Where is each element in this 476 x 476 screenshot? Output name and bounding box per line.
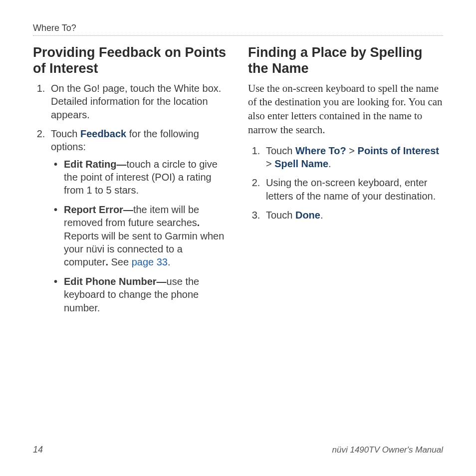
manual-page: Where To? Providing Feedback on Points o…: [0, 0, 476, 476]
step1-pre: On the: [51, 83, 84, 94]
done-ui-label: Done: [295, 210, 320, 221]
r1-gt1: >: [346, 145, 358, 156]
edit-phone-label: Edit Phone Number—: [64, 276, 167, 287]
r3-pre: Touch: [266, 210, 295, 221]
steps-left: On the Go! page, touch the White box. De…: [33, 82, 228, 314]
report-error-see-post: .: [168, 256, 171, 267]
where-to-ui-label: Where To?: [295, 145, 346, 156]
spell-name-ui-label: Spell Name: [274, 158, 328, 169]
steps-right: Touch Where To? > Points of Interest > S…: [248, 144, 443, 222]
points-of-interest-ui-label: Points of Interest: [358, 145, 439, 156]
r2-text: Using the on-screen keyboard, enter lett…: [266, 177, 436, 201]
r1-post: .: [328, 158, 331, 169]
page-33-link[interactable]: page 33: [132, 256, 168, 267]
step-2: Touch Feedback for the following options…: [48, 127, 228, 314]
option-report-error: Report Error—the item will be removed fr…: [51, 203, 228, 269]
step-1: On the Go! page, touch the White box. De…: [48, 82, 228, 121]
option-edit-phone: Edit Phone Number—use the keyboard to ch…: [51, 275, 228, 314]
feedback-ui-label: Feedback: [80, 128, 126, 139]
edit-rating-label: Edit Rating—: [64, 159, 127, 170]
feedback-options: Edit Rating—touch a circle to give the p…: [51, 158, 228, 314]
step1-mid: Go! page, touch the White: [84, 83, 200, 94]
section-heading-feedback: Providing Feedback on Points of Interest: [33, 45, 228, 77]
r3-post: .: [320, 210, 323, 221]
page-number: 14: [33, 445, 43, 455]
report-error-dot1: .: [197, 217, 200, 228]
left-column: Providing Feedback on Points of Interest…: [33, 43, 228, 320]
right-column: Finding a Place by Spelling the Name Use…: [248, 43, 443, 320]
section-heading-spell-name: Finding a Place by Spelling the Name: [248, 45, 443, 77]
page-footer: 14 nüvi 1490TV Owner's Manual: [33, 445, 443, 455]
report-error-label: Report Error—: [64, 204, 133, 215]
step2-pre: Touch: [51, 128, 80, 139]
r1-gt2: >: [266, 158, 274, 169]
r1-pre: Touch: [266, 145, 295, 156]
option-edit-rating: Edit Rating—touch a circle to give the p…: [51, 158, 228, 197]
doc-title: nüvi 1490TV Owner's Manual: [332, 445, 443, 455]
r-step-1: Touch Where To? > Points of Interest > S…: [263, 144, 443, 171]
r-step-2: Using the on-screen keyboard, enter lett…: [263, 176, 443, 203]
report-error-see-pre: See: [108, 256, 132, 267]
r-step-3: Touch Done.: [263, 209, 443, 222]
content-columns: Providing Feedback on Points of Interest…: [33, 43, 443, 320]
running-head: Where To?: [33, 23, 443, 36]
intro-paragraph: Use the on-screen keyboard to spell the …: [248, 82, 443, 137]
